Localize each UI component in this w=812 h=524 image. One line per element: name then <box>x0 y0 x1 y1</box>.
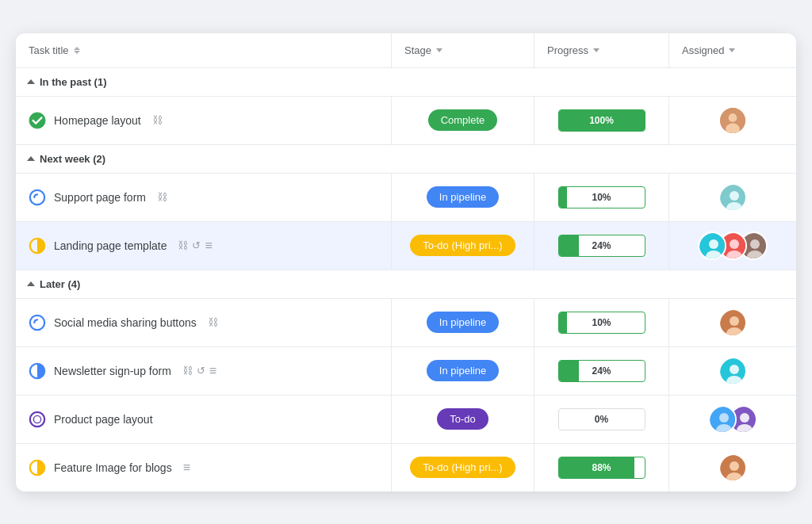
task-name: Landing page template <box>54 239 167 252</box>
task-title-cell: Social media sharing buttons ⛓ <box>16 299 392 346</box>
chevron-down-icon <box>436 48 442 52</box>
avatar <box>708 405 737 434</box>
avatar <box>718 357 747 385</box>
group-header-later[interactable]: Later (4) <box>16 270 796 299</box>
progress-text: 10% <box>592 192 611 203</box>
task-title-cell: Product page layout <box>16 396 392 443</box>
svg-point-24 <box>730 365 739 374</box>
group-chevron-icon <box>27 156 35 161</box>
link-icon[interactable]: ⛓ <box>178 239 188 251</box>
assigned-label: Assigned <box>682 44 724 56</box>
progress-bar: 0% <box>558 408 645 430</box>
table-row: Social media sharing buttons ⛓ In pipeli… <box>16 299 796 347</box>
svg-point-27 <box>33 415 40 423</box>
assigned-cell <box>669 396 796 443</box>
svg-point-3 <box>726 123 740 134</box>
link-icon[interactable]: ⛓ <box>152 114 163 126</box>
progress-cell: 10% <box>534 299 669 346</box>
stage-badge: In pipeline <box>427 312 499 333</box>
progress-bar: 10% <box>558 186 645 208</box>
progress-text: 10% <box>592 317 611 328</box>
assigned-cell <box>669 174 796 221</box>
table-row: Newsletter sign-up form ⛓ ↺ ≡ In pipelin… <box>16 347 796 396</box>
table-header: Task title Stage Progress Assigned <box>16 33 796 68</box>
header-stage[interactable]: Stage <box>392 33 534 67</box>
table-row: Homepage layout ⛓ Complete 100% <box>16 97 796 145</box>
list-icon[interactable]: ≡ <box>205 239 212 253</box>
list-icon[interactable]: ≡ <box>183 461 190 475</box>
group-header-past[interactable]: In the past (1) <box>16 68 796 97</box>
task-name: Newsletter sign-up form <box>54 365 171 377</box>
svg-point-32 <box>740 413 749 423</box>
progress-cell: 10% <box>534 174 669 221</box>
circle-icon <box>29 314 46 331</box>
stage-badge: To-do (High pri...) <box>410 457 515 478</box>
progress-fill <box>559 312 568 333</box>
link-icon[interactable]: ⛓ <box>208 316 218 328</box>
group-label: In the past (1) <box>40 76 107 88</box>
task-name: Homepage layout <box>54 114 141 127</box>
chevron-down-icon <box>729 48 735 52</box>
avatar-group <box>718 106 747 135</box>
stage-cell: Complete <box>392 97 534 144</box>
progress-fill <box>559 187 568 208</box>
stage-cell: In pipeline <box>392 299 534 346</box>
progress-fill <box>559 235 580 256</box>
table-row: Product page layout To-do 0% <box>16 396 796 444</box>
stage-cell: In pipeline <box>392 174 534 221</box>
progress-text: 24% <box>592 240 611 251</box>
stage-cell: To-do (High pri...) <box>392 444 534 491</box>
svg-point-6 <box>730 191 739 201</box>
stage-label: Stage <box>404 44 431 56</box>
stage-cell: To-do (High pri...) <box>392 222 534 270</box>
header-task-title[interactable]: Task title <box>16 33 392 67</box>
stage-badge: Complete <box>428 109 498 131</box>
avatar-group <box>698 231 768 260</box>
svg-point-10 <box>709 239 718 249</box>
avatar-initial <box>720 108 745 133</box>
header-assigned[interactable]: Assigned <box>669 33 796 67</box>
svg-point-20 <box>730 316 739 326</box>
task-icon-row: ≡ <box>183 461 190 475</box>
task-icon-row: ⛓ <box>152 114 163 126</box>
svg-point-2 <box>729 113 737 122</box>
avatar-group <box>718 308 747 337</box>
progress-fill <box>559 361 580 381</box>
link-icon[interactable]: ⛓ <box>157 191 167 203</box>
svg-point-18 <box>30 315 44 329</box>
task-name: Product page layout <box>54 413 153 426</box>
avatar-group <box>708 405 757 434</box>
circle-half-orange-icon <box>29 459 46 476</box>
check-circle-icon <box>29 112 46 129</box>
repeat-icon[interactable]: ↺ <box>192 239 201 251</box>
circle-icon <box>29 189 46 206</box>
progress-label: Progress <box>547 44 588 56</box>
stage-badge: To-do <box>437 408 488 430</box>
repeat-icon[interactable]: ↺ <box>197 365 205 377</box>
header-progress[interactable]: Progress <box>534 33 669 67</box>
chevron-down-icon <box>593 48 599 52</box>
group-header-next[interactable]: Next week (2) <box>16 145 796 174</box>
avatar-group <box>718 357 747 385</box>
stage-cell: In pipeline <box>392 347 534 395</box>
group-label: Later (4) <box>40 278 80 290</box>
svg-point-29 <box>719 413 729 423</box>
sort-icon[interactable] <box>74 47 80 54</box>
progress-cell: 100% <box>534 97 669 144</box>
progress-bar: 24% <box>558 360 645 382</box>
link-icon[interactable]: ⛓ <box>182 365 193 377</box>
progress-cell: 88% <box>534 444 669 491</box>
svg-point-13 <box>730 239 739 249</box>
task-title-cell: Feature Image for blogs ≡ <box>16 444 392 491</box>
stage-badge: In pipeline <box>427 360 499 381</box>
assigned-cell <box>669 444 796 491</box>
stage-badge: In pipeline <box>427 186 499 208</box>
list-icon[interactable]: ≡ <box>209 364 216 378</box>
task-name: Feature Image for blogs <box>54 461 172 474</box>
avatar <box>718 106 747 135</box>
avatar-group <box>718 453 747 482</box>
group-chevron-icon <box>27 79 35 84</box>
progress-cell: 0% <box>534 396 669 443</box>
table-row: Landing page template ⛓ ↺ ≡ To-do (High … <box>16 222 796 270</box>
task-name: Support page form <box>54 191 146 204</box>
